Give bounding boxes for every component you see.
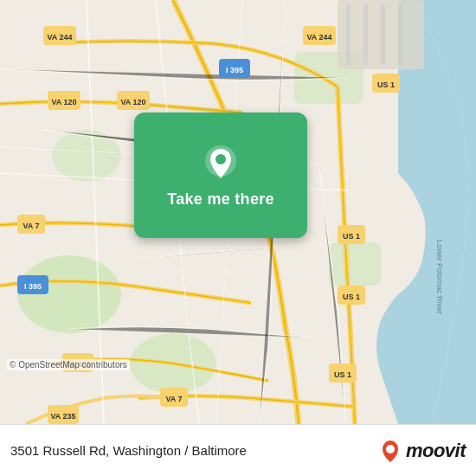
svg-text:I 395: I 395	[24, 282, 42, 291]
svg-text:VA 235: VA 235	[50, 412, 75, 421]
svg-text:US 1: US 1	[377, 80, 395, 89]
address-text: 3501 Russell Rd, Washington / Baltimore	[10, 443, 378, 458]
svg-text:US 1: US 1	[343, 293, 360, 301]
svg-rect-5	[329, 242, 381, 286]
svg-text:VA 244: VA 244	[306, 33, 331, 42]
bottom-bar: 3501 Russell Rd, Washington / Baltimore …	[0, 424, 476, 476]
moovit-pin-icon	[378, 439, 402, 463]
svg-rect-10	[398, 4, 402, 65]
moovit-logo: moovit	[378, 439, 466, 463]
location-pin-icon	[200, 142, 241, 183]
take-me-there-button[interactable]: Take me there	[134, 113, 307, 238]
svg-text:VA 7: VA 7	[165, 395, 182, 403]
svg-rect-8	[363, 4, 368, 65]
svg-text:VA 244: VA 244	[47, 33, 72, 42]
svg-point-42	[386, 445, 395, 453]
moovit-brand-text: moovit	[406, 440, 466, 462]
svg-text:VA 120: VA 120	[120, 98, 145, 106]
svg-text:VA 7: VA 7	[23, 222, 39, 230]
map-container: VA 244 VA 120 VA 120 US 1 I 395 VA 244 V…	[0, 0, 476, 424]
svg-text:US 1: US 1	[343, 232, 360, 241]
svg-text:Lower Potomac River: Lower Potomac River	[435, 240, 444, 314]
svg-text:VA 120: VA 120	[51, 98, 76, 106]
osm-attribution: © OpenStreetMap contributors	[7, 359, 130, 370]
svg-text:US 1: US 1	[334, 370, 351, 379]
take-me-there-label: Take me there	[167, 190, 274, 209]
svg-rect-7	[346, 4, 351, 65]
svg-point-41	[215, 154, 226, 164]
svg-rect-9	[381, 4, 385, 65]
svg-text:I 395: I 395	[226, 66, 243, 74]
